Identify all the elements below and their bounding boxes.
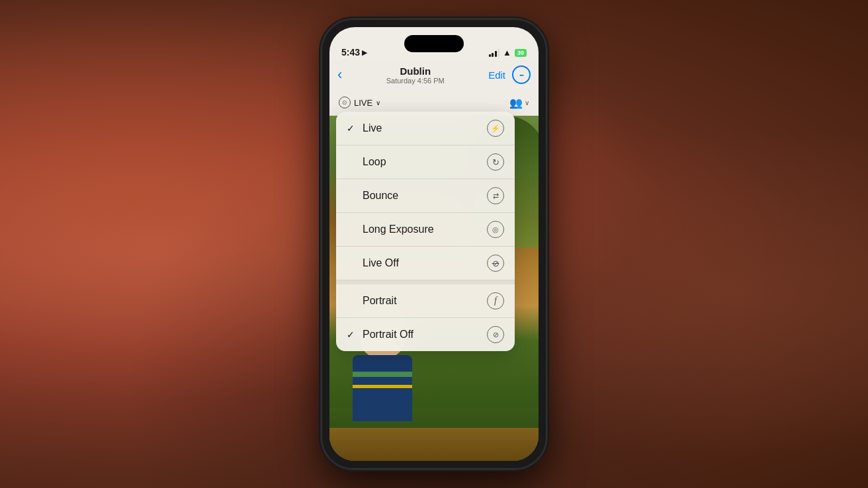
menu-item-live-off-left: ✓ Live Off: [347, 257, 399, 269]
phone-wrapper: 5:43 ▶ ▲ 39 ‹: [322, 19, 546, 469]
signal-bar-4: [498, 49, 499, 57]
album-title: Dublin: [386, 65, 445, 77]
menu-item-portrait-off[interactable]: ✓ Portrait Off ⊘: [336, 318, 515, 351]
menu-item-bounce-left: ✓ Bounce: [347, 190, 398, 202]
live-menu-icon: ⚡: [487, 120, 504, 137]
dropdown-menu: ✓ Live ⚡ ✓ Loop ↻: [336, 112, 515, 351]
portrait-menu-icon: f: [487, 292, 504, 309]
signal-bars: [489, 49, 500, 57]
long-exposure-icon: ◎: [492, 225, 499, 234]
live-label-menu: Live: [363, 122, 382, 134]
nav-title: Dublin Saturday 4:56 PM: [386, 65, 445, 85]
phone-screen: 5:43 ▶ ▲ 39 ‹: [329, 27, 539, 461]
battery-icon: 39: [515, 49, 527, 57]
portrait-off-label: Portrait Off: [363, 329, 413, 341]
menu-item-portrait-off-left: ✓ Portrait Off: [347, 329, 413, 341]
status-time: 5:43 ▶: [341, 47, 367, 58]
bounce-icon: ⇄: [493, 192, 499, 200]
live-photo-icon: ⊙: [339, 97, 351, 108]
nav-bar: ‹ Dublin Saturday 4:56 PM Edit •••: [329, 60, 539, 89]
people-button[interactable]: 👥 ∨: [509, 97, 529, 109]
shirt-stripe-2: [353, 385, 412, 388]
dynamic-island: [404, 35, 464, 52]
child-shirt: [353, 355, 412, 421]
menu-item-portrait-left: ✓ Portrait: [347, 295, 397, 307]
menu-item-live-left: ✓ Live: [347, 122, 382, 134]
portrait-icon: f: [494, 296, 497, 306]
portrait-label: Portrait: [363, 295, 397, 307]
loop-icon: ↻: [492, 157, 499, 167]
menu-item-live-off[interactable]: ✓ Live Off ⊘: [336, 247, 515, 280]
menu-item-live[interactable]: ✓ Live ⚡: [336, 112, 515, 145]
menu-item-loop-left: ✓ Loop: [347, 156, 386, 168]
portrait-off-menu-icon: ⊘: [487, 326, 504, 343]
bounce-menu-icon: ⇄: [487, 187, 504, 204]
live-bolt-icon: ⚡: [491, 124, 500, 133]
status-icons: ▲ 39: [489, 48, 527, 58]
back-button[interactable]: ‹: [337, 66, 342, 83]
live-label: LIVE: [354, 98, 372, 108]
bounce-label: Bounce: [363, 190, 398, 202]
signal-bar-2: [492, 53, 494, 57]
signal-bar-1: [489, 54, 491, 57]
portrait-off-icon: ⊘: [493, 331, 499, 339]
live-chevron: ∨: [376, 99, 380, 106]
menu-item-long-exposure-left: ✓ Long Exposure: [347, 224, 434, 235]
battery-level: 39: [517, 50, 524, 56]
long-exposure-menu-icon: ◎: [487, 221, 504, 238]
ellipsis-icon: •••: [519, 72, 523, 78]
nav-actions: Edit •••: [488, 65, 531, 84]
portrait-off-checkmark: ✓: [347, 329, 356, 340]
phone-body: 5:43 ▶ ▲ 39 ‹: [322, 19, 546, 469]
location-icon: ▶: [362, 49, 367, 56]
edit-button[interactable]: Edit: [488, 69, 505, 81]
menu-item-bounce[interactable]: ✓ Bounce ⇄: [336, 179, 515, 213]
people-icon: 👥: [509, 97, 523, 109]
people-chevron: ∨: [525, 99, 529, 106]
time-display: 5:43: [341, 47, 360, 58]
menu-item-loop[interactable]: ✓ Loop ↻: [336, 145, 515, 179]
live-off-menu-icon: ⊘: [487, 255, 504, 272]
photo-date: Saturday 4:56 PM: [386, 77, 445, 85]
live-off-icon: ⊘: [492, 259, 499, 268]
long-exposure-label: Long Exposure: [363, 224, 434, 235]
wifi-icon: ▲: [503, 48, 511, 58]
menu-item-long-exposure[interactable]: ✓ Long Exposure ◎: [336, 213, 515, 247]
loop-label: Loop: [363, 156, 386, 168]
live-checkmark: ✓: [347, 123, 356, 134]
shirt-stripe-1: [353, 372, 412, 377]
more-button[interactable]: •••: [512, 65, 531, 84]
signal-bar-3: [495, 51, 497, 57]
loop-menu-icon: ↻: [487, 153, 504, 171]
menu-item-portrait[interactable]: ✓ Portrait f: [336, 284, 515, 318]
live-off-label: Live Off: [363, 257, 399, 269]
live-button[interactable]: ⊙ LIVE ∨: [339, 97, 380, 108]
